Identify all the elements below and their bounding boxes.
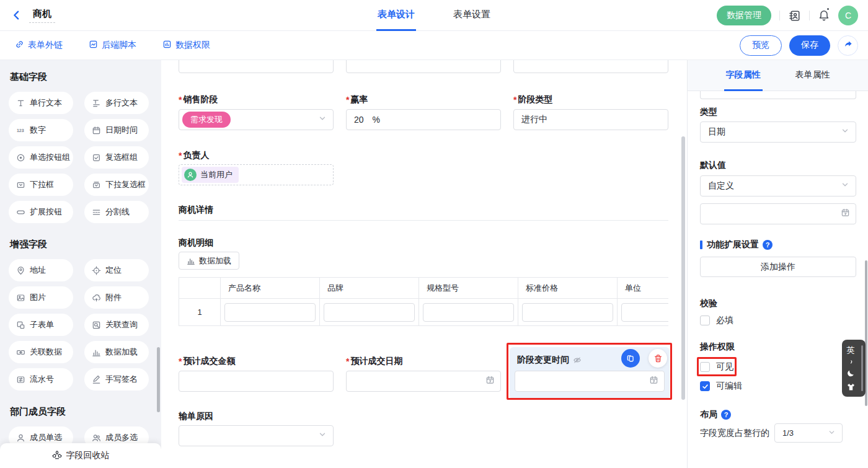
field-type-ext-button[interactable]: 扩展按钮: [9, 201, 73, 223]
panel-input-cropped[interactable]: [700, 91, 856, 99]
help-icon[interactable]: ?: [721, 410, 731, 420]
properties-panel: 字段属性 表单属性 类型 日期 默认值 自定义 功能扩展设置 ? 添加操作 校验…: [687, 60, 868, 468]
field-type-subform[interactable]: 子表单: [9, 314, 73, 336]
default-value-select[interactable]: 自定义: [700, 175, 856, 196]
win-rate-input[interactable]: 20%: [346, 109, 501, 130]
tab-form-settings[interactable]: 表单设置: [452, 0, 492, 31]
stage-change-date-input[interactable]: [515, 371, 665, 392]
validation-label: 校验: [700, 298, 717, 309]
default-date-input[interactable]: [700, 203, 856, 224]
cell-input-product[interactable]: [224, 303, 316, 322]
column-header: 规格型号: [419, 278, 518, 299]
data-manage-button[interactable]: 数据管理: [717, 6, 771, 25]
field-type-image[interactable]: 图片: [9, 286, 73, 309]
field-type-number[interactable]: 123数字: [9, 119, 73, 141]
required-checkbox-row[interactable]: 必填: [700, 315, 733, 326]
backend-script-link[interactable]: 后端脚本: [89, 40, 136, 51]
field-type-single-text[interactable]: 单行文本: [9, 92, 73, 114]
selected-field-stage-change-time[interactable]: 阶段变更时间: [510, 347, 670, 399]
field-type-data-load[interactable]: 数据加载: [84, 341, 149, 363]
type-select[interactable]: 日期: [700, 121, 856, 143]
form-input-cropped[interactable]: [513, 60, 668, 73]
row-index: 1: [179, 299, 221, 326]
share-button[interactable]: [838, 35, 858, 56]
save-button[interactable]: 保存: [789, 35, 830, 56]
field-label-sales-stage: *销售阶段: [179, 94, 218, 105]
recycle-icon: [52, 450, 62, 462]
owner-field[interactable]: 当前用户: [179, 164, 334, 185]
field-type-location[interactable]: 定位: [84, 259, 149, 281]
divider: [809, 11, 810, 20]
subform-table: 产品名称 品牌 规格型号 标准价格 单位 1: [179, 277, 668, 326]
form-input-cropped[interactable]: [346, 60, 501, 73]
form-external-link[interactable]: 表单外链: [15, 40, 63, 51]
form-toolbar: 表单外链 后端脚本 数据权限 预览 保存: [0, 31, 868, 60]
field-type-serial-number[interactable]: 流水号: [9, 368, 73, 391]
tab-form-properties[interactable]: 表单属性: [794, 60, 832, 91]
back-icon[interactable]: [11, 10, 22, 20]
field-type-radio-group[interactable]: 单选按钮组: [9, 146, 73, 169]
stage-type-input[interactable]: 进行中: [513, 109, 668, 130]
type-label: 类型: [700, 107, 717, 118]
divider: [779, 11, 780, 20]
field-type-signature[interactable]: 手写签名: [84, 368, 149, 391]
field-type-divider[interactable]: 分割线: [84, 201, 149, 223]
field-type-select[interactable]: 下拉框: [9, 174, 73, 196]
cell-input-brand[interactable]: [324, 303, 415, 322]
chevron-down-icon: [828, 428, 836, 439]
editable-checkbox[interactable]: [700, 381, 710, 391]
column-header: 单位: [618, 278, 669, 299]
section-basic-fields: 基础字段: [10, 71, 161, 83]
tab-form-design[interactable]: 表单设计: [376, 0, 416, 31]
delete-field-button[interactable]: [649, 349, 667, 368]
field-type-multi-select[interactable]: 下拉复选框: [84, 174, 149, 196]
user-avatar[interactable]: C: [838, 6, 858, 25]
translate-extension-widget[interactable]: 英: [842, 340, 866, 397]
theme-shirt-icon[interactable]: [842, 382, 859, 392]
visible-checkbox[interactable]: [700, 362, 710, 372]
calendar-icon: [485, 376, 495, 387]
cell-input-unit[interactable]: [621, 303, 668, 322]
field-type-related-query[interactable]: 关联查询: [84, 314, 149, 336]
field-type-attachment[interactable]: 附件: [84, 286, 149, 309]
chevron-down-icon: [841, 180, 849, 192]
field-type-checkbox-group[interactable]: 复选框组: [84, 146, 149, 169]
contact-book-icon[interactable]: [788, 9, 801, 22]
field-type-related-data[interactable]: 关联数据: [9, 341, 73, 363]
add-action-button[interactable]: 添加操作: [700, 257, 856, 277]
subform-label: 商机明细: [179, 237, 213, 249]
field-type-datetime[interactable]: 日期时间: [84, 119, 149, 141]
tab-field-properties[interactable]: 字段属性: [724, 60, 763, 91]
lose-reason-select[interactable]: [179, 425, 334, 446]
data-permission-link[interactable]: 数据权限: [162, 40, 210, 51]
preview-button[interactable]: 预览: [740, 35, 782, 56]
form-title[interactable]: 商机: [29, 8, 55, 23]
dark-mode-moon-icon[interactable]: [842, 369, 859, 378]
section-title-detail: 商机详情: [179, 205, 213, 216]
field-type-address[interactable]: 地址: [9, 259, 73, 281]
field-width-select[interactable]: 1/3: [774, 423, 843, 443]
app-header: 商机 表单设计 表单设置 数据管理 C: [0, 0, 868, 31]
translate-lang-label[interactable]: 英: [842, 345, 859, 356]
cell-input-spec[interactable]: [423, 303, 514, 322]
visible-checkbox-row[interactable]: 可见: [700, 361, 733, 373]
cell-input-price[interactable]: [522, 303, 613, 322]
expected-amount-input[interactable]: [179, 371, 334, 392]
field-recycle-bin[interactable]: 字段回收站: [0, 443, 161, 468]
field-type-multi-text[interactable]: 多行文本: [84, 92, 149, 114]
expected-date-input[interactable]: [346, 371, 501, 392]
data-load-button[interactable]: 数据加载: [179, 252, 239, 270]
form-input-cropped[interactable]: [179, 60, 334, 73]
current-user-tag: 当前用户: [182, 167, 239, 183]
help-icon[interactable]: ?: [763, 240, 773, 250]
field-width-row: 字段宽度占整行的 1/3: [700, 423, 843, 443]
canvas-scrollbar[interactable]: [681, 136, 685, 400]
editable-checkbox-row[interactable]: 可编辑: [700, 381, 742, 392]
notification-bell-icon[interactable]: [818, 9, 830, 22]
field-label-owner: *负责人: [179, 150, 209, 161]
sales-stage-select[interactable]: 需求发现: [179, 109, 334, 130]
permission-icon: [162, 40, 172, 51]
sidebar-scrollbar[interactable]: [157, 347, 160, 412]
required-checkbox[interactable]: [700, 316, 710, 325]
copy-field-button[interactable]: [621, 349, 640, 368]
